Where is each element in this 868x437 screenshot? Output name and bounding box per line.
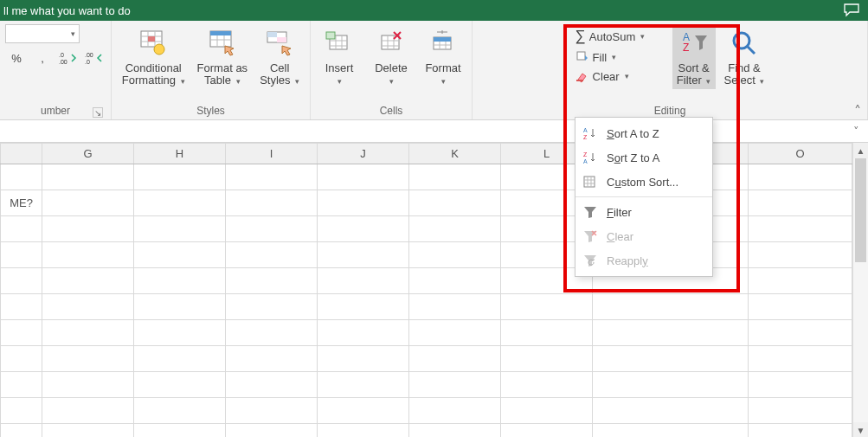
filter-icon — [582, 204, 598, 220]
spreadsheet-grid[interactable]: G H I J K L N O ME? — [0, 143, 852, 437]
svg-text:Z: Z — [583, 151, 588, 157]
autosum-icon: ∑ — [575, 28, 586, 45]
svg-rect-17 — [577, 52, 585, 60]
table-row[interactable] — [1, 372, 852, 398]
reapply-icon — [582, 253, 598, 268]
svg-rect-18 — [576, 80, 583, 81]
menu-label: Sort A to Z — [607, 127, 659, 140]
custom-sort-icon — [582, 174, 598, 190]
conditional-formatting-button[interactable]: ConditionalFormatting ▾ — [119, 24, 189, 89]
column-header[interactable]: H — [134, 144, 226, 164]
svg-text:.0: .0 — [59, 52, 64, 58]
group-label-styles: Styles — [196, 105, 225, 117]
collapse-ribbon-icon[interactable]: ˄ — [854, 103, 861, 119]
menu-separator — [575, 196, 712, 197]
svg-text:.00: .00 — [59, 59, 68, 65]
menu-label: Reapply — [607, 254, 648, 267]
increase-decimal-button[interactable]: .0.00 — [57, 48, 80, 67]
column-header[interactable]: K — [409, 144, 501, 164]
svg-rect-13 — [326, 32, 335, 39]
svg-rect-11 — [277, 37, 286, 42]
comma-style-button[interactable]: , — [31, 48, 54, 67]
sort-filter-menu: AZ Sort A to Z ZA Sort Z to A Custom Sor… — [575, 117, 713, 277]
column-header[interactable]: G — [42, 144, 134, 164]
format-button[interactable]: Format▾ — [420, 24, 466, 89]
menu-filter[interactable]: Filter — [575, 200, 712, 224]
svg-text:A: A — [583, 127, 588, 133]
insert-button[interactable]: Insert▾ — [316, 24, 363, 89]
svg-text:Z: Z — [683, 42, 689, 54]
insert-cells-icon — [322, 26, 357, 61]
conditional-formatting-icon — [136, 26, 170, 61]
svg-rect-10 — [267, 32, 277, 37]
fill-button[interactable]: Fill ▾ — [572, 48, 667, 66]
format-as-table-icon — [205, 26, 240, 61]
menu-label: Filter — [607, 206, 632, 219]
format-cells-icon — [426, 26, 460, 61]
fill-icon — [575, 50, 589, 64]
cell-styles-button[interactable]: CellStyles ▾ — [256, 24, 303, 89]
clear-button[interactable]: Clear ▾ — [572, 67, 667, 85]
svg-text:.0: .0 — [85, 59, 90, 65]
scrollbar-thumb[interactable] — [855, 158, 866, 262]
svg-text:A: A — [583, 158, 588, 164]
clear-filter-icon — [582, 228, 598, 244]
menu-custom-sort[interactable]: Custom Sort... — [575, 170, 712, 194]
find-select-icon — [727, 26, 762, 61]
sort-az-icon: AZ — [582, 125, 598, 141]
column-header[interactable]: O — [749, 144, 852, 164]
sort-za-icon: ZA — [582, 150, 598, 165]
column-header[interactable] — [1, 144, 42, 164]
vertical-scrollbar[interactable]: ▲ ▼ — [852, 143, 868, 437]
column-header[interactable]: J — [318, 144, 409, 164]
svg-point-6 — [154, 44, 164, 55]
clear-icon — [575, 69, 589, 83]
menu-label: Sort Z to A — [607, 151, 659, 164]
percent-button[interactable]: % — [5, 48, 28, 67]
cell-styles-icon — [262, 26, 297, 61]
delete-cells-icon — [374, 26, 408, 61]
autosum-button[interactable]: ∑ AutoSum ▾ — [572, 26, 667, 47]
menu-label: Clear — [607, 230, 633, 243]
number-format-dropdown[interactable]: ▾ — [5, 24, 80, 43]
svg-rect-8 — [210, 31, 231, 35]
number-launcher-icon[interactable]: ↘ — [93, 107, 103, 118]
table-row[interactable] — [1, 268, 852, 294]
table-row[interactable] — [1, 424, 852, 438]
svg-text:Z: Z — [583, 134, 588, 140]
svg-point-21 — [734, 33, 749, 48]
svg-rect-5 — [148, 36, 155, 42]
svg-rect-26 — [584, 177, 595, 187]
column-header[interactable]: I — [226, 144, 318, 164]
table-row[interactable]: ME? — [1, 190, 852, 216]
menu-reapply: Reapply — [575, 248, 712, 273]
menu-label: Custom Sort... — [607, 176, 678, 189]
sort-filter-button[interactable]: AZ Sort &Filter ▾ — [672, 24, 716, 89]
table-row[interactable] — [1, 346, 852, 372]
table-row[interactable] — [1, 398, 852, 424]
scroll-up-icon[interactable]: ▲ — [853, 143, 868, 158]
menu-clear: Clear — [575, 224, 712, 248]
format-as-table-button[interactable]: Format asTable ▾ — [194, 24, 252, 89]
sort-filter-icon: AZ — [677, 26, 711, 61]
delete-button[interactable]: Delete▾ — [368, 24, 415, 89]
decrease-decimal-button[interactable]: .00.0 — [83, 48, 106, 67]
group-label-editing: Editing — [654, 105, 686, 117]
svg-rect-16 — [434, 37, 451, 42]
group-label-number: umber — [41, 105, 70, 117]
find-select-button[interactable]: Find &Select ▾ — [721, 24, 768, 89]
table-row[interactable] — [1, 294, 852, 320]
group-label-cells: Cells — [380, 105, 403, 117]
tell-me-input[interactable]: ll me what you want to do — [3, 4, 844, 17]
table-row[interactable] — [1, 242, 852, 268]
table-row[interactable] — [1, 320, 852, 346]
cell: ME? — [1, 190, 42, 216]
table-row[interactable] — [1, 164, 852, 190]
expand-formula-bar-icon[interactable]: ˅ — [853, 125, 859, 138]
svg-text:.00: .00 — [85, 52, 93, 58]
menu-sort-az[interactable]: AZ Sort A to Z — [575, 121, 712, 145]
table-row[interactable] — [1, 216, 852, 242]
comments-icon[interactable] — [844, 3, 868, 17]
scroll-down-icon[interactable]: ▼ — [853, 422, 868, 437]
menu-sort-za[interactable]: ZA Sort Z to A — [575, 145, 712, 170]
